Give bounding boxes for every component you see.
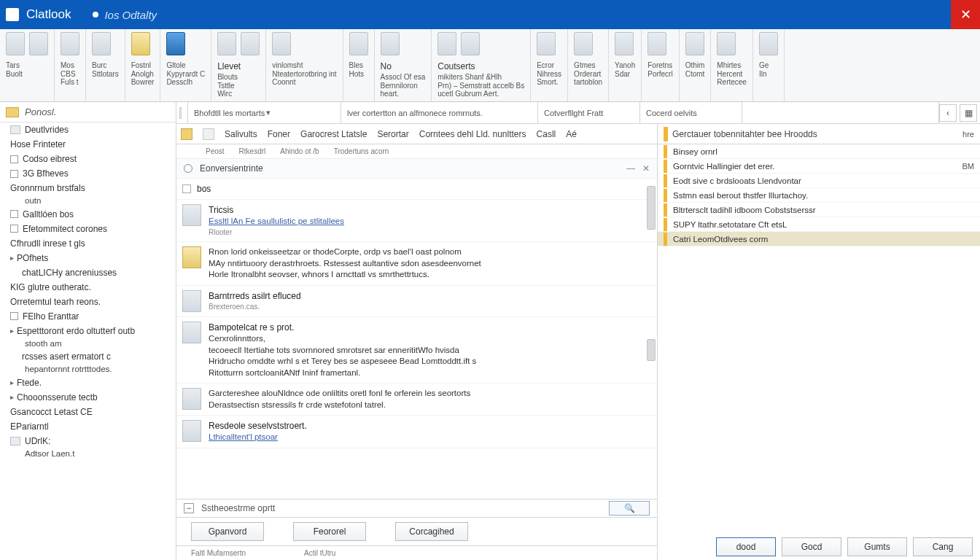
sidebar-item[interactable]: ▸Ftede.	[0, 376, 176, 390]
ribbon-button-icon[interactable]	[717, 32, 736, 55]
ribbon-button-icon[interactable]	[461, 32, 480, 55]
ribbon-button-icon[interactable]	[759, 32, 778, 55]
sidebar-item[interactable]: Cfhrudll inrese t gls	[0, 236, 176, 251]
tab-icon[interactable]	[181, 128, 192, 140]
message-item[interactable]: Garctereshee alouNldnce ode onliltits or…	[176, 384, 657, 416]
sidebar-item[interactable]: rcsses asert ermatort c	[0, 349, 176, 364]
sidebar-item[interactable]: Efetommitect corones	[0, 222, 176, 236]
sidebar-item[interactable]: chatLICHy ancreniusses	[0, 265, 176, 280]
column-header[interactable]: Rtkesdrl	[239, 147, 266, 155]
footer-button[interactable]: Cang	[913, 537, 973, 556]
sidebar-item[interactable]: EPariarntl	[0, 419, 176, 434]
minus-icon[interactable]: −	[184, 503, 194, 513]
close-button[interactable]: ✕	[951, 0, 980, 29]
sidebar-item[interactable]: KIG glutre outheratc.	[0, 280, 176, 295]
tab[interactable]: Serortar	[377, 129, 408, 139]
ribbon-button-icon[interactable]	[166, 32, 185, 55]
ribbon-button-icon[interactable]	[29, 32, 48, 55]
footer-button[interactable]: Gocd	[782, 537, 841, 556]
sidebar-item[interactable]: Hose Frinteter	[0, 137, 176, 152]
filter-seg-4[interactable]: Cocerd oelvits	[640, 102, 742, 123]
action-button[interactable]: Feororel	[293, 522, 366, 541]
checkbox[interactable]	[10, 312, 18, 320]
sidebar-item[interactable]: 3G Bfheves	[0, 166, 176, 181]
tab[interactable]: Aé	[566, 129, 577, 139]
ribbon-button-icon[interactable]	[217, 32, 236, 55]
reading-item[interactable]: Catri LeomOtdlvees corm	[658, 232, 980, 246]
reading-item[interactable]: Sstmn easl berout thstfer lllurtachoy.	[658, 188, 980, 203]
footer-button[interactable]: dood	[716, 537, 776, 556]
sidebar-item[interactable]: ▸Espetttoront erdo oltutterf outb	[0, 324, 176, 338]
sidebar-item[interactable]: ▸POfhets	[0, 251, 176, 265]
ribbon-button-icon[interactable]	[574, 32, 593, 55]
ribbon-button-icon[interactable]	[537, 32, 556, 55]
sidebar-item[interactable]: UDrlK:	[0, 434, 176, 448]
filter-seg-1[interactable]: Bhofdtll les mortarts▾	[188, 102, 341, 123]
tab[interactable]: Corntees dehl Lld. nunltters	[419, 129, 526, 139]
ribbon-button-icon[interactable]	[685, 32, 704, 55]
tab[interactable]: Foner	[268, 129, 290, 139]
tab[interactable]: Casll	[537, 129, 556, 139]
action-row: GpanvordFeororelCorcagihed	[176, 518, 657, 545]
search-button[interactable]: 🔍	[609, 501, 650, 516]
reading-item[interactable]: Eodt sive c brdslooats Llendvontar	[658, 174, 980, 188]
group-header[interactable]: Eonversientrinte —✕	[176, 159, 657, 179]
ribbon-button-icon[interactable]	[349, 32, 368, 55]
reading-item[interactable]: Bltrtersclt tadihll idboom Cobststserssr	[658, 203, 980, 217]
tab[interactable]: Garocrest Ltatsle	[300, 129, 367, 139]
sidebar-item[interactable]: FElho Eranttar	[0, 309, 176, 324]
message-link[interactable]: Essltl lAn Fe saullulistic pe stlitallee…	[209, 216, 651, 228]
ribbon-button-icon[interactable]	[131, 32, 150, 55]
sidebar-item[interactable]: ▸Chooonsserute tectb	[0, 390, 176, 405]
column-header[interactable]: Trodertuns acorn	[334, 147, 389, 155]
sidebar-item[interactable]: Galltlóen bos	[0, 207, 176, 222]
checkbox[interactable]	[10, 225, 18, 233]
checkbox[interactable]	[10, 170, 18, 178]
tab-icon[interactable]	[203, 128, 214, 140]
message-item[interactable]: Rnon lorid onkeisseetzar or thodeCorpte,…	[176, 242, 657, 286]
message-item[interactable]: bos	[176, 179, 657, 200]
window-close-icon[interactable]: ✕	[642, 163, 650, 174]
ribbon-button-icon[interactable]	[241, 32, 260, 55]
ribbon-button-icon[interactable]	[381, 32, 400, 55]
ribbon-label: Nihress	[537, 70, 561, 79]
sidebar-item[interactable]: Codso eibrest	[0, 152, 176, 166]
checkbox[interactable]	[182, 184, 191, 193]
filter-seg-3[interactable]: Cotverfllght Fratt	[538, 102, 640, 123]
sidebar-item[interactable]: Gronnrnum brstfals	[0, 181, 176, 195]
ribbon-button-icon[interactable]	[272, 32, 291, 55]
message-link[interactable]: Lthicalltent'l ptsoar	[209, 432, 651, 443]
ribbon-button-icon[interactable]	[6, 32, 25, 55]
action-button[interactable]: Gpanvord	[191, 522, 264, 541]
column-header[interactable]: Peost	[206, 147, 225, 155]
action-button[interactable]: Corcagihed	[395, 522, 468, 541]
reading-item[interactable]: SUPY ltathr.setotatare Cft etsL	[658, 217, 980, 232]
reading-item[interactable]: Gorntvic Hallingier det erer.BM	[658, 159, 980, 174]
reading-item[interactable]: Binsey ornrl	[658, 144, 980, 159]
nav-grid-button[interactable]: ▦	[960, 104, 977, 122]
message-item[interactable]: Bampotelcat re s prot.Cerxrolinnttors,te…	[176, 317, 657, 384]
checkbox[interactable]	[10, 155, 18, 163]
ribbon-button-icon[interactable]	[438, 32, 456, 55]
footer-button[interactable]: Gumts	[847, 537, 907, 556]
sidebar-header[interactable]: Ponosl.	[0, 102, 176, 122]
list-icon[interactable]	[179, 107, 182, 119]
filter-seg-2[interactable]: lver cortertton an alfmonece romrnuts.	[341, 102, 538, 123]
sidebar-item[interactable]: Orretemtul tearh reons.	[0, 295, 176, 309]
ribbon-button-icon[interactable]	[61, 32, 79, 55]
minimize-icon[interactable]: —	[626, 163, 635, 174]
scrollbar[interactable]	[647, 179, 656, 499]
tab[interactable]: Salivults	[225, 129, 257, 139]
sidebar-item[interactable]: Gsancocct Letast CE	[0, 405, 176, 419]
ribbon-button-icon[interactable]	[615, 32, 634, 55]
ribbon-button-icon[interactable]	[648, 32, 666, 55]
ribbon-button-icon[interactable]	[92, 32, 111, 55]
message-item[interactable]: TricsisEssltl lAn Fe saullulistic pe stl…	[176, 200, 657, 242]
sidebar-item[interactable]: Deutlvrides	[0, 122, 176, 137]
message-item[interactable]: Barntrreds asilrt eflucedBrexteroen.cas.	[176, 286, 657, 317]
message-item[interactable]: Resdeole seselvststroert.Lthicalltent'l …	[176, 416, 657, 448]
column-header[interactable]: Ahindo ot /b	[280, 147, 319, 155]
collapse-bar[interactable]: − Sstheoestrme oprtt 🔍	[176, 499, 657, 518]
nav-prev-button[interactable]: ‹	[939, 104, 957, 122]
checkbox[interactable]	[10, 210, 18, 218]
